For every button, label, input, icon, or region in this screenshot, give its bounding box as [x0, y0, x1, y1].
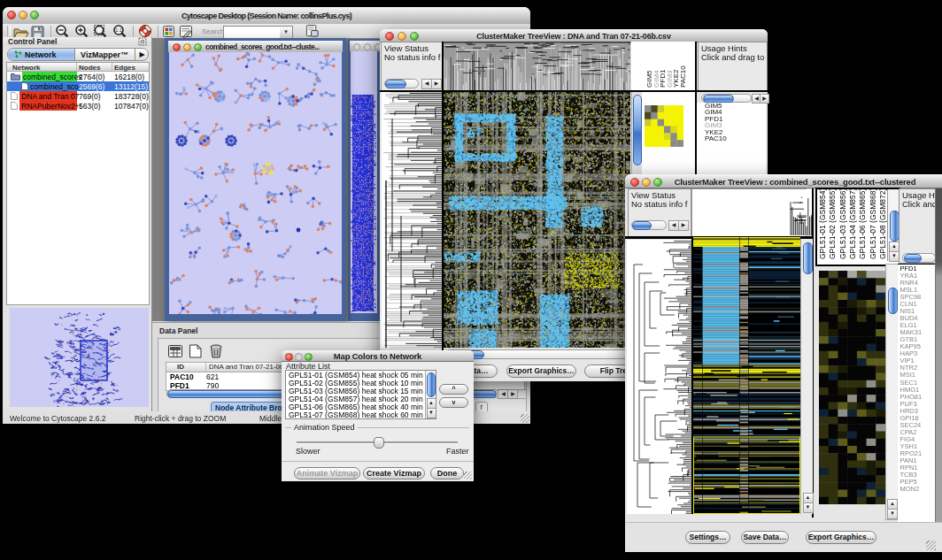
svg-text:1:1: 1:1 [115, 27, 122, 33]
